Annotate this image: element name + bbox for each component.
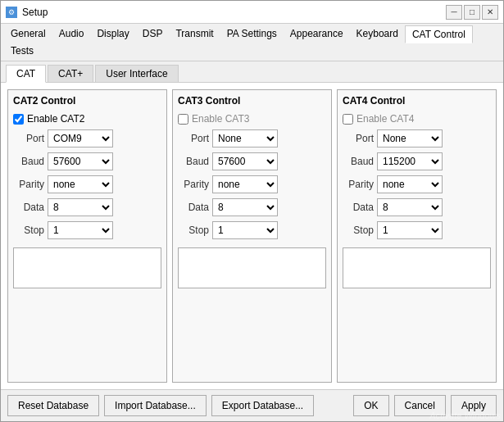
cat3-port-select[interactable]: None — [212, 129, 278, 147]
menu-tests[interactable]: Tests — [4, 43, 40, 59]
menu-appearance[interactable]: Appearance — [284, 25, 350, 43]
cat2-baud-select[interactable]: 57600 — [48, 152, 113, 170]
ok-button[interactable]: OK — [353, 395, 388, 416]
footer: Reset Database Import Database... Export… — [1, 389, 503, 421]
minimize-button[interactable]: ─ — [446, 5, 462, 20]
menu-keyboard[interactable]: Keyboard — [350, 25, 405, 43]
cat2-port-select[interactable]: COM9 — [48, 129, 113, 147]
cat4-parity-label: Parity — [343, 179, 377, 190]
cat3-baud-label: Baud — [178, 156, 212, 167]
cat3-title: CAT3 Control — [178, 95, 326, 107]
cat2-stop-label: Stop — [13, 225, 48, 236]
title-bar: ⚙ Setup ─ □ ✕ — [1, 1, 503, 24]
cat4-stop-select[interactable]: 1 — [377, 221, 443, 239]
window-controls: ─ □ ✕ — [446, 5, 498, 20]
apply-button[interactable]: Apply — [451, 395, 497, 416]
cat4-stop-label: Stop — [343, 225, 377, 236]
cat-panels: CAT2 Control Enable CAT2 Port COM9 Baud … — [7, 89, 497, 383]
menu-transmit[interactable]: Transmit — [169, 25, 220, 43]
cat3-port-label: Port — [178, 133, 212, 144]
cat4-stop-row: Stop 1 — [343, 221, 491, 239]
app-icon: ⚙ — [6, 7, 17, 18]
cat3-enable-checkbox[interactable] — [178, 114, 188, 125]
cat2-parity-row: Parity none — [13, 175, 161, 193]
cat4-parity-select[interactable]: none — [377, 175, 443, 193]
cat2-enable-checkbox[interactable] — [13, 114, 24, 125]
import-database-button[interactable]: Import Database... — [104, 395, 207, 416]
cat4-parity-row: Parity none — [343, 175, 491, 193]
maximize-button[interactable]: □ — [464, 5, 480, 20]
cat3-data-label: Data — [178, 202, 212, 213]
cat2-title: CAT2 Control — [13, 95, 161, 107]
cat2-port-label: Port — [13, 133, 48, 144]
cat4-port-row: Port None — [343, 129, 491, 147]
close-button[interactable]: ✕ — [482, 5, 498, 20]
tab-user-interface[interactable]: User Interface — [95, 65, 178, 82]
cat4-enable-label: Enable CAT4 — [356, 113, 414, 125]
cat4-baud-label: Baud — [343, 156, 377, 167]
cat3-baud-row: Baud 57600 — [178, 152, 326, 170]
menu-audio[interactable]: Audio — [52, 25, 91, 43]
cat4-panel: CAT4 Control Enable CAT4 Port None Baud … — [337, 89, 497, 383]
tab-cat-plus[interactable]: CAT+ — [48, 65, 93, 82]
menu-bar: General Audio Display DSP Transmit PA Se… — [1, 24, 503, 61]
cat3-parity-row: Parity none — [178, 175, 326, 193]
cat2-enable-label: Enable CAT2 — [27, 113, 84, 125]
window-title: Setup — [22, 7, 446, 18]
export-database-button[interactable]: Export Database... — [211, 395, 314, 416]
cat2-text-box — [13, 247, 161, 288]
cat2-port-row: Port COM9 — [13, 129, 161, 147]
cat2-data-row: Data 8 — [13, 198, 161, 216]
cat3-port-row: Port None — [178, 129, 326, 147]
cat3-baud-select[interactable]: 57600 — [212, 152, 278, 170]
cat4-text-box — [343, 247, 491, 288]
cat3-stop-row: Stop 1 — [178, 221, 326, 239]
cat3-text-box — [178, 247, 326, 288]
cat3-enable-row: Enable CAT3 — [178, 113, 326, 125]
cat2-data-label: Data — [13, 202, 48, 213]
cat4-data-select[interactable]: 8 — [377, 198, 443, 216]
reset-database-button[interactable]: Reset Database — [7, 395, 99, 416]
cat2-stop-row: Stop 1 — [13, 221, 161, 239]
cat3-data-select[interactable]: 8 — [212, 198, 278, 216]
menu-dsp[interactable]: DSP — [136, 25, 170, 43]
cat3-data-row: Data 8 — [178, 198, 326, 216]
setup-window: ⚙ Setup ─ □ ✕ General Audio Display DSP … — [0, 0, 504, 422]
cat3-enable-label: Enable CAT3 — [192, 113, 249, 125]
tab-bar: CAT CAT+ User Interface — [1, 61, 503, 83]
cat3-stop-label: Stop — [178, 225, 212, 236]
cat3-stop-select[interactable]: 1 — [212, 221, 278, 239]
menu-pa-settings[interactable]: PA Settings — [220, 25, 284, 43]
cat2-data-select[interactable]: 8 — [48, 198, 113, 216]
cat4-data-row: Data 8 — [343, 198, 491, 216]
cat4-port-label: Port — [343, 133, 377, 144]
tab-cat[interactable]: CAT — [6, 65, 46, 83]
content-area: CAT2 Control Enable CAT2 Port COM9 Baud … — [1, 83, 503, 389]
cat4-baud-select[interactable]: 115200 — [377, 152, 443, 170]
cat2-panel: CAT2 Control Enable CAT2 Port COM9 Baud … — [7, 89, 167, 383]
cat4-baud-row: Baud 115200 — [343, 152, 491, 170]
cancel-button[interactable]: Cancel — [394, 395, 446, 416]
cat3-parity-label: Parity — [178, 179, 212, 190]
cat2-baud-label: Baud — [13, 156, 48, 167]
menu-cat-control[interactable]: CAT Control — [405, 25, 473, 43]
menu-display[interactable]: Display — [90, 25, 135, 43]
cat4-title: CAT4 Control — [343, 95, 491, 107]
cat4-enable-checkbox[interactable] — [343, 114, 353, 125]
cat2-baud-row: Baud 57600 — [13, 152, 161, 170]
cat2-parity-select[interactable]: none — [48, 175, 113, 193]
menu-general[interactable]: General — [4, 25, 52, 43]
cat2-stop-select[interactable]: 1 — [48, 221, 113, 239]
cat3-parity-select[interactable]: none — [212, 175, 278, 193]
cat3-panel: CAT3 Control Enable CAT3 Port None Baud … — [172, 89, 332, 383]
cat4-data-label: Data — [343, 202, 377, 213]
cat4-port-select[interactable]: None — [377, 129, 443, 147]
cat2-enable-row: Enable CAT2 — [13, 113, 161, 125]
cat2-parity-label: Parity — [13, 179, 48, 190]
cat4-enable-row: Enable CAT4 — [343, 113, 491, 125]
